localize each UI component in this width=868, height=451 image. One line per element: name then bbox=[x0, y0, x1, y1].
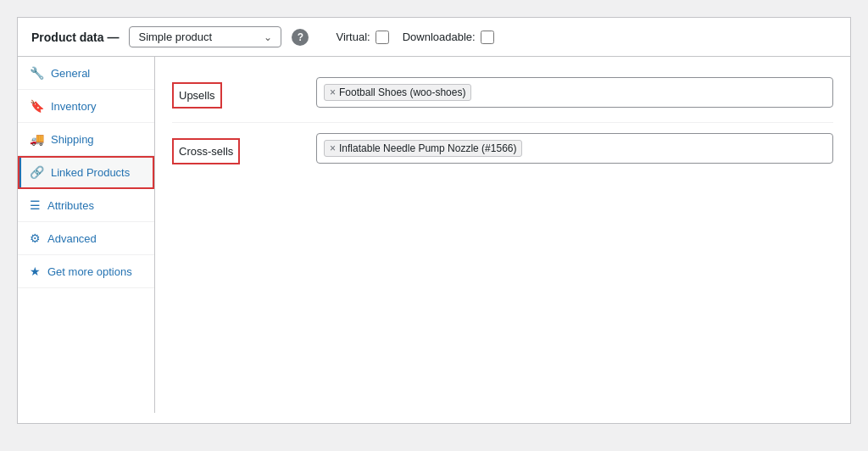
product-type-value: Simple product bbox=[138, 31, 212, 43]
main-content: Upsells × Football Shoes (woo-shoes) bbox=[155, 57, 850, 413]
sidebar-item-attributes[interactable]: ☰ Attributes bbox=[18, 189, 154, 222]
gear-icon: ⚙ bbox=[30, 231, 41, 245]
product-type-select[interactable]: Simple product ⌄ bbox=[129, 26, 281, 47]
sidebar: 🔧 General 🔖 Inventory 🚚 Shipping 🔗 Linke… bbox=[18, 57, 155, 413]
crosssells-tags-input[interactable]: × Inflatable Needle Pump Nozzle (#1566) bbox=[316, 133, 833, 164]
upsells-tag-input-field[interactable] bbox=[475, 86, 476, 99]
upsells-tag-football-shoes: × Football Shoes (woo-shoes) bbox=[324, 84, 471, 101]
linked-products-tab: Upsells × Football Shoes (woo-shoes) bbox=[155, 57, 850, 188]
remove-crosssells-tag-icon[interactable]: × bbox=[330, 142, 336, 154]
virtual-label-text: Virtual: bbox=[336, 31, 370, 43]
sidebar-item-label: Advanced bbox=[47, 232, 97, 245]
sidebar-item-get-more-options[interactable]: ★ Get more options bbox=[18, 255, 154, 288]
sidebar-item-label: Inventory bbox=[51, 100, 96, 113]
product-data-panel: Product data — Simple product ⌄ ? Virtua… bbox=[17, 17, 851, 424]
sidebar-item-label: Attributes bbox=[47, 199, 94, 212]
crosssells-tag-label: Inflatable Needle Pump Nozzle (#1566) bbox=[339, 142, 516, 154]
remove-upsells-tag-icon[interactable]: × bbox=[330, 86, 336, 98]
upsells-tags-input[interactable]: × Football Shoes (woo-shoes) bbox=[316, 77, 833, 108]
link-icon: 🔗 bbox=[30, 165, 44, 179]
crosssells-field-value: × Inflatable Needle Pump Nozzle (#1566) bbox=[308, 126, 833, 175]
upsells-outline-highlight: Upsells bbox=[172, 82, 222, 109]
crosssells-tag-input-field[interactable] bbox=[526, 142, 527, 155]
inventory-icon: 🔖 bbox=[30, 99, 44, 113]
attributes-icon: ☰ bbox=[30, 198, 41, 212]
sidebar-item-label: General bbox=[51, 67, 90, 80]
crosssells-label: Cross-sells bbox=[172, 126, 308, 175]
truck-icon: 🚚 bbox=[30, 132, 44, 146]
sidebar-item-label: Get more options bbox=[47, 265, 132, 278]
upsells-tag-label: Football Shoes (woo-shoes) bbox=[339, 86, 465, 98]
chevron-down-icon: ⌄ bbox=[264, 31, 272, 43]
sidebar-item-advanced[interactable]: ⚙ Advanced bbox=[18, 222, 154, 255]
downloadable-checkbox-label[interactable]: Downloadable: bbox=[403, 31, 494, 44]
virtual-checkbox-label[interactable]: Virtual: bbox=[336, 31, 388, 44]
downloadable-label-text: Downloadable: bbox=[403, 31, 476, 43]
upsells-label: Upsells bbox=[172, 70, 308, 119]
panel-body: 🔧 General 🔖 Inventory 🚚 Shipping 🔗 Linke… bbox=[18, 57, 850, 413]
sidebar-item-label: Shipping bbox=[51, 133, 94, 146]
star-icon: ★ bbox=[30, 264, 41, 278]
linked-products-grid: Upsells × Football Shoes (woo-shoes) bbox=[172, 70, 833, 175]
virtual-checkbox[interactable] bbox=[376, 31, 389, 44]
upsells-field-value: × Football Shoes (woo-shoes) bbox=[308, 70, 833, 119]
panel-header: Product data — Simple product ⌄ ? Virtua… bbox=[18, 18, 850, 57]
wrench-icon: 🔧 bbox=[30, 66, 44, 80]
crosssells-outline-highlight: Cross-sells bbox=[172, 138, 240, 164]
sidebar-item-linked-products[interactable]: 🔗 Linked Products bbox=[18, 156, 154, 189]
sidebar-item-inventory[interactable]: 🔖 Inventory bbox=[18, 90, 154, 123]
divider bbox=[172, 122, 833, 123]
sidebar-item-label: Linked Products bbox=[51, 166, 130, 179]
help-icon[interactable]: ? bbox=[292, 29, 309, 46]
sidebar-item-shipping[interactable]: 🚚 Shipping bbox=[18, 123, 154, 156]
panel-header-title: Product data — bbox=[31, 31, 119, 44]
downloadable-checkbox[interactable] bbox=[481, 31, 494, 44]
crosssells-tag-pump-nozzle: × Inflatable Needle Pump Nozzle (#1566) bbox=[324, 140, 522, 157]
sidebar-item-general[interactable]: 🔧 General bbox=[18, 57, 154, 90]
header-right-options: Virtual: Downloadable: bbox=[336, 31, 493, 44]
